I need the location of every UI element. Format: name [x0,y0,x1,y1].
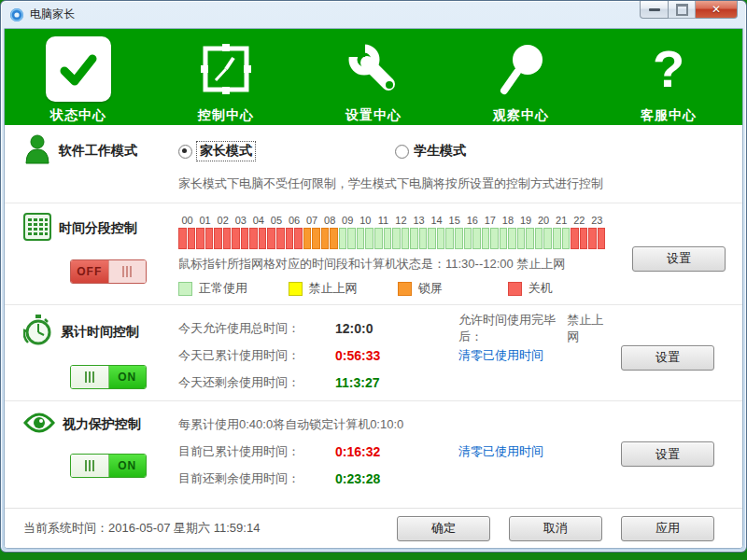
time-segment-toggle[interactable]: OFF [70,259,147,284]
minimize-button[interactable] [640,1,669,19]
hour-labels: 0001020304050607080910111213141516171819… [178,215,606,226]
hour-cell-38[interactable] [517,228,526,249]
reset-used-time-link[interactable]: 清零已使用时间 [458,438,606,465]
section-work-mode: 软件工作模式 家长模式 学生模式 家长模式下电脑不受任何限制，学生模式下电脑将按… [5,125,742,203]
window-title: 电脑家长 [30,7,75,22]
mode-radio-row: 家长模式 学生模式 [178,142,606,161]
vision-settings-button[interactable]: 设置 [621,441,714,467]
hour-label: 01 [196,215,214,226]
vision-protection-toggle[interactable]: ON [70,454,147,478]
nav-item-observe[interactable]: 观察中心 [447,29,595,125]
hour-cell-10[interactable] [267,228,275,249]
accumulated-time-settings-button[interactable]: 设置 [621,345,714,371]
hour-cell-39[interactable] [526,228,534,249]
hour-cell-11[interactable] [276,228,285,249]
hour-cell-35[interactable] [490,228,499,249]
hour-cell-47[interactable] [598,228,606,249]
hour-cell-0[interactable] [178,228,187,249]
question-icon: ? [636,36,701,102]
section-title: 累计时间控制 [61,324,139,341]
hour-label: 05 [267,215,285,226]
hour-label: 11 [374,215,392,226]
hour-cell-41[interactable] [543,228,552,249]
minimize-icon [649,8,660,11]
hour-cell-22[interactable] [374,228,383,249]
hour-cell-16[interactable] [321,228,330,249]
hour-cell-18[interactable] [339,228,347,249]
nav-item-status[interactable]: 状态中心 [5,29,152,125]
hour-cell-21[interactable] [365,228,374,249]
legend-item: 关机 [508,280,618,297]
hour-label: 10 [357,215,374,226]
hour-cell-2[interactable] [196,228,204,249]
hour-cell-32[interactable] [464,228,472,249]
hour-cell-42[interactable] [553,228,561,249]
nav-item-settings[interactable]: 设置中心 [300,29,447,125]
radio-student-label[interactable]: 学生模式 [414,143,466,160]
hour-cell-17[interactable] [330,228,338,249]
hour-cell-28[interactable] [428,228,436,249]
hour-cell-30[interactable] [445,228,454,249]
legend-label: 关机 [529,280,553,297]
hour-label: 08 [321,215,339,226]
hour-label: 04 [249,215,267,226]
radio-parent-mode[interactable] [178,145,192,159]
hour-cell-43[interactable] [562,228,571,249]
calendar-grid-icon [23,213,51,245]
radio-student-mode[interactable] [395,145,409,159]
hour-cell-31[interactable] [455,228,463,249]
hour-cell-27[interactable] [419,228,428,249]
hour-cell-40[interactable] [535,228,543,249]
hour-cell-29[interactable] [437,228,445,249]
grip-icon [85,371,94,383]
hour-grid [178,228,606,249]
hour-cell-15[interactable] [312,228,320,249]
hour-cell-5[interactable] [223,228,232,249]
hour-label: 16 [463,215,481,226]
accumulated-time-toggle[interactable]: ON [70,365,147,389]
maximize-button[interactable] [669,1,696,19]
hour-cell-20[interactable] [357,228,365,249]
legend-item: 锁屏 [398,280,508,297]
close-icon: ✕ [712,3,721,16]
hour-cell-46[interactable] [588,228,597,249]
wrench-icon [341,36,406,102]
nav-item-label: 设置中心 [345,107,402,124]
hour-cell-37[interactable] [508,228,516,249]
hour-cell-44[interactable] [571,228,579,249]
radio-parent-label[interactable]: 家长模式 [197,142,255,161]
hour-cell-24[interactable] [392,228,401,249]
hour-cell-3[interactable] [205,228,214,249]
hour-cell-13[interactable] [294,228,303,249]
apply-button[interactable]: 应用 [621,516,714,541]
time-row-label: 今天允许使用总时间： [178,320,335,337]
after-limit-label: 允许时间使用完毕后： [458,312,556,345]
time-row: 目前还剩余使用时间：0:23:28 [178,465,458,492]
vision-description: 每累计使用0:40:0将自动锁定计算机0:10:0 [178,411,606,438]
hour-cell-19[interactable] [347,228,356,249]
hour-cell-36[interactable] [500,228,508,249]
hour-label: 23 [588,215,606,226]
hour-cell-26[interactable] [410,228,418,249]
hour-cell-34[interactable] [482,228,490,249]
reset-used-time-link[interactable]: 清零已使用时间 [458,342,606,369]
ok-button[interactable]: 确定 [397,516,490,541]
hour-cell-4[interactable] [214,228,222,249]
time-segment-settings-button[interactable]: 设置 [632,246,726,272]
hour-cell-12[interactable] [286,228,294,249]
hour-cell-33[interactable] [472,228,481,249]
hour-cell-23[interactable] [384,228,392,249]
hour-cell-14[interactable] [303,228,312,249]
hour-cell-7[interactable] [241,228,249,249]
hour-cell-6[interactable] [232,228,240,249]
nav-item-service[interactable]: ?客服中心 [595,29,742,125]
hour-cell-45[interactable] [580,228,588,249]
close-button[interactable]: ✕ [696,1,738,19]
cancel-button[interactable]: 取消 [509,516,602,541]
hour-cell-1[interactable] [188,228,196,249]
nav-item-control[interactable]: 控制中心 [152,29,300,125]
person-icon [23,134,51,168]
hour-cell-8[interactable] [249,228,258,249]
hour-cell-25[interactable] [402,228,410,249]
hour-cell-9[interactable] [259,228,267,249]
